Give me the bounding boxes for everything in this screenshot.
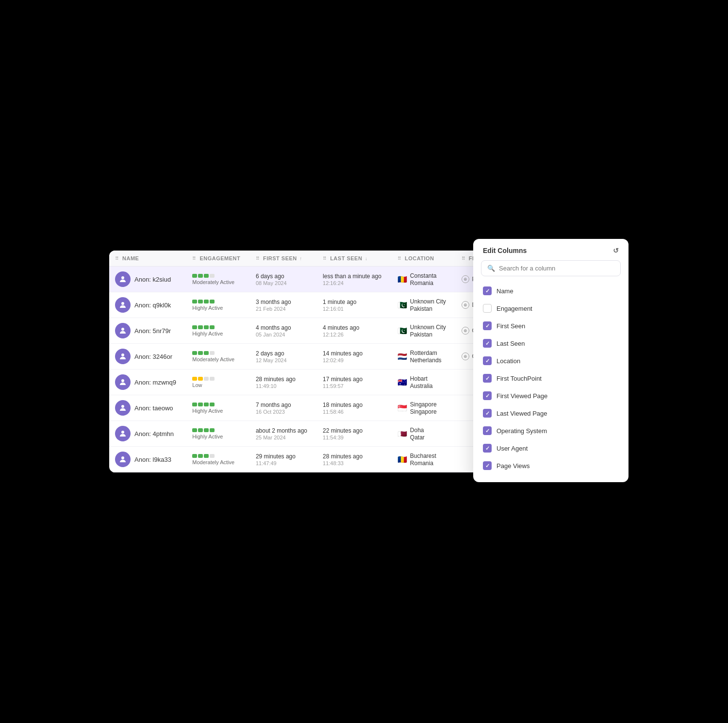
svg-point-7 — [121, 456, 124, 459]
engagement-bar — [210, 351, 215, 355]
engagement-bar — [204, 274, 209, 278]
location-cell-inner: 🇸🇬 Singapore Singapore — [397, 401, 450, 415]
avatar — [115, 452, 131, 467]
engagement-bar — [192, 351, 197, 355]
name-cell: Anon: 4ptmhn — [109, 421, 186, 447]
engagement-bar — [192, 403, 197, 406]
column-item[interactable]: ✓ Operating System — [473, 422, 629, 439]
engagement-bar — [198, 274, 203, 278]
avatar — [115, 426, 131, 441]
engagement-cell-inner: Highly Active — [192, 300, 244, 311]
country-name: Australia — [410, 383, 433, 389]
engagement-cell-inner: Low — [192, 377, 244, 388]
engagement-cell: Moderately Active — [186, 447, 250, 472]
column-item[interactable]: ✓ First Viewed Page — [473, 387, 629, 404]
col-name[interactable]: ⠿ NAME — [109, 251, 186, 267]
engagement-bar — [204, 454, 209, 458]
name-cell: Anon: taeowo — [109, 395, 186, 421]
column-item[interactable]: Engagement — [473, 300, 629, 317]
engagement-cell: Highly Active — [186, 395, 250, 421]
person-icon — [118, 455, 127, 464]
person-icon — [118, 301, 127, 309]
last-seen-ago: 28 minutes ago — [323, 453, 386, 460]
user-name: Anon: 3246or — [134, 353, 172, 360]
column-item[interactable]: ✓ User Agent — [473, 439, 629, 457]
first-seen-time: 6 days ago 08 May 2024 — [256, 273, 311, 286]
user-name: Anon: mzwnq9 — [134, 379, 176, 386]
column-item[interactable]: ✓ Location — [473, 352, 629, 370]
column-item[interactable]: ✓ First Seen — [473, 317, 629, 335]
location-cell-inner: 🇳🇱 Rotterdam Netherlands — [397, 350, 450, 364]
first-seen-cell: about 2 months ago 25 Mar 2024 — [250, 421, 317, 447]
first-seen-ago: 2 days ago — [256, 350, 311, 357]
column-search-box[interactable]: 🔍 — [481, 260, 621, 276]
name-cell: Anon: k2siud — [109, 267, 186, 292]
col-last-seen[interactable]: ⠿ LAST SEEN ↓ — [317, 251, 392, 267]
person-icon — [118, 378, 127, 387]
column-item[interactable]: ✓ First TouchPoint — [473, 370, 629, 387]
engagement-cell-inner: Moderately Active — [192, 274, 244, 285]
column-item[interactable]: ✓ Page Views — [473, 457, 629, 474]
city-name: Constanta — [410, 272, 437, 279]
column-label: Location — [496, 357, 520, 365]
column-label: First Viewed Page — [496, 392, 547, 400]
last-seen-time: 14 minutes ago 12:02:49 — [323, 350, 386, 363]
svg-point-3 — [121, 353, 124, 356]
engagement-bar — [198, 377, 203, 381]
panel-title: Edit Columns — [483, 247, 527, 254]
column-label: Operating System — [496, 427, 547, 435]
country-name: Netherlands — [410, 357, 442, 364]
drag-handle-last-seen: ⠿ — [323, 256, 327, 261]
city-name: Doha — [410, 427, 425, 434]
column-label: Name — [496, 287, 513, 295]
person-icon — [118, 275, 127, 284]
sort-last-seen: ↓ — [365, 256, 368, 261]
location-cell: 🇵🇰 Unknown City Pakistan — [392, 292, 456, 318]
column-label: Last Seen — [496, 340, 525, 347]
user-cell: Anon: q9kl0k — [115, 297, 181, 313]
drag-handle-location: ⠿ — [397, 256, 401, 261]
touchpoint-icon: ⊕ — [462, 353, 469, 360]
column-checkbox: ✓ — [483, 356, 492, 365]
column-item[interactable]: ✓ Last Seen — [473, 335, 629, 352]
svg-point-1 — [121, 302, 124, 305]
engagement-bar — [198, 351, 203, 355]
location-text: Doha Qatar — [410, 427, 425, 441]
col-first-seen[interactable]: ⠿ FIRST SEEN ↑ — [250, 251, 317, 267]
last-seen-time-exact: 12:16:01 — [323, 306, 386, 312]
column-item[interactable]: ✓ Name — [473, 282, 629, 300]
location-text: Hobart Australia — [410, 375, 433, 389]
first-seen-date: 11:47:49 — [256, 460, 311, 466]
checkmark: ✓ — [485, 393, 490, 399]
col-engagement[interactable]: ⠿ ENGAGEMENT — [186, 251, 250, 267]
engagement-bar — [198, 325, 203, 329]
last-seen-ago: 14 minutes ago — [323, 350, 386, 357]
col-location[interactable]: ⠿ LOCATION — [392, 251, 456, 267]
column-label: Page Views — [496, 462, 529, 470]
engagement-label: Moderately Active — [192, 356, 244, 362]
drag-handle-name: ⠿ — [115, 256, 119, 261]
search-input[interactable] — [499, 265, 614, 272]
last-seen-ago: less than a minute ago — [323, 273, 386, 280]
location-text: Constanta Romania — [410, 272, 437, 286]
first-seen-ago: 6 days ago — [256, 273, 311, 280]
last-seen-time-exact: 12:16:24 — [323, 280, 386, 286]
engagement-bars — [192, 377, 244, 381]
engagement-bar — [192, 428, 197, 432]
engagement-label: Highly Active — [192, 434, 244, 439]
last-seen-time: 4 minutes ago 12:12:26 — [323, 324, 386, 337]
location-text: Unknown City Pakistan — [410, 324, 446, 338]
engagement-label: Moderately Active — [192, 279, 244, 285]
location-text: Bucharest Romania — [410, 453, 436, 467]
column-label: First TouchPoint — [496, 375, 542, 382]
name-cell: Anon: l9ka33 — [109, 447, 186, 472]
first-seen-date: 08 May 2024 — [256, 280, 311, 286]
avatar — [115, 400, 131, 416]
column-item[interactable]: ✓ Last Viewed Page — [473, 404, 629, 422]
last-seen-time: 1 minute ago 12:16:01 — [323, 299, 386, 312]
user-cell: Anon: taeowo — [115, 400, 181, 416]
column-checkbox: ✓ — [483, 426, 492, 435]
engagement-cell: Highly Active — [186, 318, 250, 344]
refresh-icon[interactable]: ↺ — [613, 247, 619, 254]
engagement-bars — [192, 428, 244, 432]
